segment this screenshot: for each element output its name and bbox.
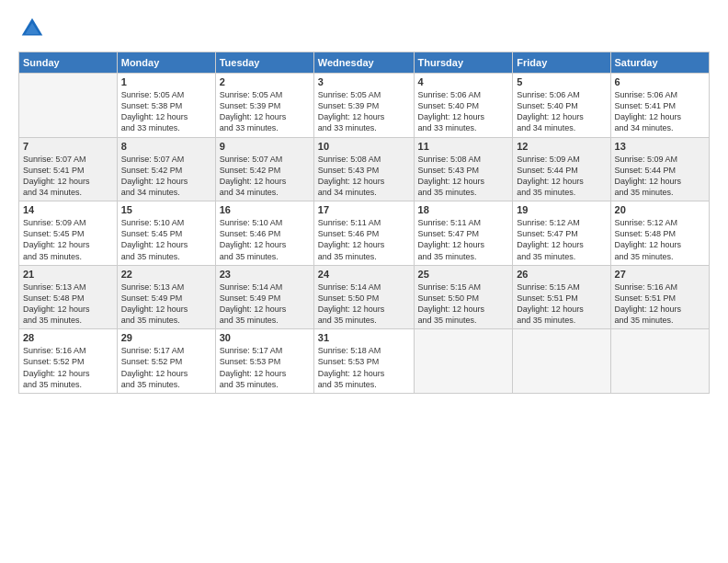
- day-info: Sunrise: 5:15 AMSunset: 5:51 PMDaylight:…: [517, 282, 606, 327]
- calendar-cell: 12Sunrise: 5:09 AMSunset: 5:44 PMDayligh…: [513, 137, 610, 201]
- calendar-cell: 10Sunrise: 5:08 AMSunset: 5:43 PMDayligh…: [313, 137, 414, 201]
- day-info: Sunrise: 5:05 AMSunset: 5:38 PMDaylight:…: [121, 89, 211, 134]
- day-number: 20: [615, 204, 705, 215]
- day-number: 11: [418, 141, 509, 152]
- day-info: Sunrise: 5:17 AMSunset: 5:52 PMDaylight:…: [121, 345, 211, 390]
- day-info: Sunrise: 5:09 AMSunset: 5:44 PMDaylight:…: [517, 154, 606, 199]
- calendar-cell: 3Sunrise: 5:05 AMSunset: 5:39 PMDaylight…: [313, 74, 414, 138]
- calendar-cell: 26Sunrise: 5:15 AMSunset: 5:51 PMDayligh…: [513, 265, 610, 329]
- day-number: 12: [517, 141, 606, 152]
- day-info: Sunrise: 5:08 AMSunset: 5:43 PMDaylight:…: [418, 154, 509, 199]
- calendar-cell: 16Sunrise: 5:10 AMSunset: 5:46 PMDayligh…: [215, 201, 313, 266]
- day-number: 31: [318, 332, 410, 343]
- day-info: Sunrise: 5:11 AMSunset: 5:46 PMDaylight:…: [318, 217, 410, 262]
- header: [18, 15, 710, 42]
- calendar-cell: [610, 329, 709, 394]
- calendar-cell: 23Sunrise: 5:14 AMSunset: 5:49 PMDayligh…: [215, 265, 313, 329]
- day-number: 24: [318, 269, 410, 280]
- day-number: 6: [615, 76, 705, 87]
- day-info: Sunrise: 5:16 AMSunset: 5:51 PMDaylight:…: [615, 282, 705, 327]
- calendar-cell: 19Sunrise: 5:12 AMSunset: 5:47 PMDayligh…: [513, 201, 610, 266]
- day-number: 10: [318, 141, 410, 152]
- day-number: 25: [418, 269, 509, 280]
- day-number: 27: [615, 269, 705, 280]
- day-number: 23: [220, 269, 310, 280]
- day-info: Sunrise: 5:12 AMSunset: 5:48 PMDaylight:…: [615, 217, 705, 262]
- calendar-week-row: 21Sunrise: 5:13 AMSunset: 5:48 PMDayligh…: [19, 265, 710, 329]
- day-info: Sunrise: 5:05 AMSunset: 5:39 PMDaylight:…: [220, 89, 310, 134]
- calendar-cell: 21Sunrise: 5:13 AMSunset: 5:48 PMDayligh…: [19, 265, 118, 329]
- day-number: 29: [121, 332, 211, 343]
- calendar-cell: 13Sunrise: 5:09 AMSunset: 5:44 PMDayligh…: [610, 137, 709, 201]
- weekday-header: Thursday: [414, 52, 513, 74]
- calendar-cell: 22Sunrise: 5:13 AMSunset: 5:49 PMDayligh…: [117, 265, 215, 329]
- day-info: Sunrise: 5:07 AMSunset: 5:42 PMDaylight:…: [220, 154, 310, 199]
- day-info: Sunrise: 5:14 AMSunset: 5:49 PMDaylight:…: [220, 282, 310, 327]
- weekday-header: Tuesday: [215, 52, 313, 74]
- day-info: Sunrise: 5:17 AMSunset: 5:53 PMDaylight:…: [220, 345, 310, 390]
- weekday-header: Monday: [117, 52, 215, 74]
- calendar-cell: 24Sunrise: 5:14 AMSunset: 5:50 PMDayligh…: [313, 265, 414, 329]
- day-number: 14: [23, 204, 113, 215]
- calendar-cell: 20Sunrise: 5:12 AMSunset: 5:48 PMDayligh…: [610, 201, 709, 266]
- calendar-cell: 17Sunrise: 5:11 AMSunset: 5:46 PMDayligh…: [313, 201, 414, 266]
- day-number: 21: [23, 269, 113, 280]
- weekday-header: Wednesday: [313, 52, 414, 74]
- day-info: Sunrise: 5:08 AMSunset: 5:43 PMDaylight:…: [318, 154, 410, 199]
- calendar-cell: [513, 329, 610, 394]
- day-number: 28: [23, 332, 113, 343]
- day-number: 7: [23, 141, 113, 152]
- day-number: 26: [517, 269, 606, 280]
- calendar-week-row: 28Sunrise: 5:16 AMSunset: 5:52 PMDayligh…: [19, 329, 710, 394]
- calendar-header-row: SundayMondayTuesdayWednesdayThursdayFrid…: [19, 52, 710, 74]
- day-info: Sunrise: 5:12 AMSunset: 5:47 PMDaylight:…: [517, 217, 606, 262]
- day-info: Sunrise: 5:16 AMSunset: 5:52 PMDaylight:…: [23, 345, 113, 390]
- day-info: Sunrise: 5:09 AMSunset: 5:45 PMDaylight:…: [23, 217, 113, 262]
- day-info: Sunrise: 5:15 AMSunset: 5:50 PMDaylight:…: [418, 282, 509, 327]
- day-info: Sunrise: 5:06 AMSunset: 5:40 PMDaylight:…: [418, 89, 509, 134]
- calendar-week-row: 14Sunrise: 5:09 AMSunset: 5:45 PMDayligh…: [19, 201, 710, 266]
- day-info: Sunrise: 5:05 AMSunset: 5:39 PMDaylight:…: [318, 89, 410, 134]
- weekday-header: Sunday: [19, 52, 118, 74]
- calendar-cell: 14Sunrise: 5:09 AMSunset: 5:45 PMDayligh…: [19, 201, 118, 266]
- calendar-cell: 9Sunrise: 5:07 AMSunset: 5:42 PMDaylight…: [215, 137, 313, 201]
- calendar-cell: 27Sunrise: 5:16 AMSunset: 5:51 PMDayligh…: [610, 265, 709, 329]
- calendar-cell: 5Sunrise: 5:06 AMSunset: 5:40 PMDaylight…: [513, 74, 610, 138]
- weekday-header: Saturday: [610, 52, 709, 74]
- calendar-cell: 4Sunrise: 5:06 AMSunset: 5:40 PMDaylight…: [414, 74, 513, 138]
- day-info: Sunrise: 5:09 AMSunset: 5:44 PMDaylight:…: [615, 154, 705, 199]
- calendar-week-row: 7Sunrise: 5:07 AMSunset: 5:41 PMDaylight…: [19, 137, 710, 201]
- calendar-cell: 1Sunrise: 5:05 AMSunset: 5:38 PMDaylight…: [117, 74, 215, 138]
- day-info: Sunrise: 5:06 AMSunset: 5:41 PMDaylight:…: [615, 89, 705, 134]
- day-number: 19: [517, 204, 606, 215]
- calendar-cell: 2Sunrise: 5:05 AMSunset: 5:39 PMDaylight…: [215, 74, 313, 138]
- day-number: 30: [220, 332, 310, 343]
- calendar-cell: 6Sunrise: 5:06 AMSunset: 5:41 PMDaylight…: [610, 74, 709, 138]
- day-number: 1: [121, 76, 211, 87]
- day-number: 5: [517, 76, 606, 87]
- calendar-week-row: 1Sunrise: 5:05 AMSunset: 5:38 PMDaylight…: [19, 74, 710, 138]
- calendar-cell: 8Sunrise: 5:07 AMSunset: 5:42 PMDaylight…: [117, 137, 215, 201]
- day-number: 22: [121, 269, 211, 280]
- calendar-cell: 25Sunrise: 5:15 AMSunset: 5:50 PMDayligh…: [414, 265, 513, 329]
- day-number: 18: [418, 204, 509, 215]
- calendar-cell: 30Sunrise: 5:17 AMSunset: 5:53 PMDayligh…: [215, 329, 313, 394]
- day-info: Sunrise: 5:14 AMSunset: 5:50 PMDaylight:…: [318, 282, 410, 327]
- day-number: 4: [418, 76, 509, 87]
- day-info: Sunrise: 5:10 AMSunset: 5:46 PMDaylight:…: [220, 217, 310, 262]
- day-info: Sunrise: 5:06 AMSunset: 5:40 PMDaylight:…: [517, 89, 606, 134]
- day-info: Sunrise: 5:13 AMSunset: 5:49 PMDaylight:…: [121, 282, 211, 327]
- day-number: 15: [121, 204, 211, 215]
- calendar: SundayMondayTuesdayWednesdayThursdayFrid…: [18, 52, 710, 394]
- day-info: Sunrise: 5:13 AMSunset: 5:48 PMDaylight:…: [23, 282, 113, 327]
- calendar-cell: 11Sunrise: 5:08 AMSunset: 5:43 PMDayligh…: [414, 137, 513, 201]
- logo-icon: [18, 15, 46, 42]
- calendar-cell: 18Sunrise: 5:11 AMSunset: 5:47 PMDayligh…: [414, 201, 513, 266]
- day-number: 17: [318, 204, 410, 215]
- day-info: Sunrise: 5:10 AMSunset: 5:45 PMDaylight:…: [121, 217, 211, 262]
- calendar-cell: 7Sunrise: 5:07 AMSunset: 5:41 PMDaylight…: [19, 137, 118, 201]
- calendar-cell: 28Sunrise: 5:16 AMSunset: 5:52 PMDayligh…: [19, 329, 118, 394]
- calendar-cell: 29Sunrise: 5:17 AMSunset: 5:52 PMDayligh…: [117, 329, 215, 394]
- calendar-cell: [414, 329, 513, 394]
- day-number: 3: [318, 76, 410, 87]
